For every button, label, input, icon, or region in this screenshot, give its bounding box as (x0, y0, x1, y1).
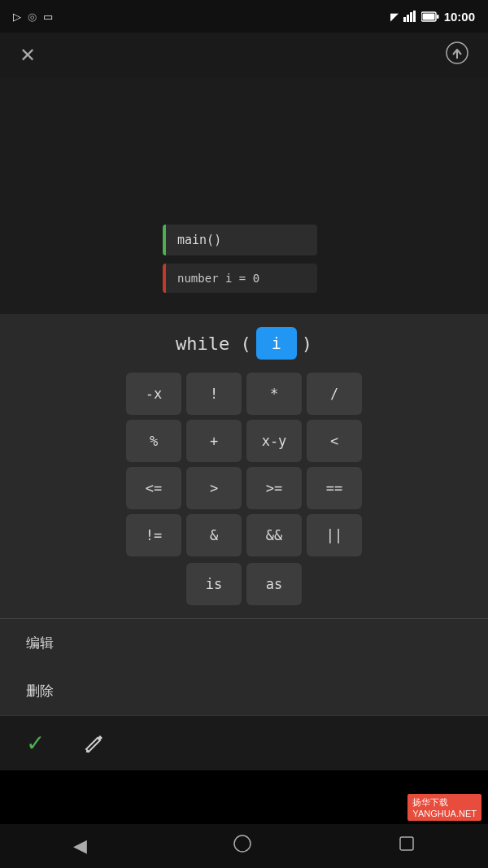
svg-rect-6 (437, 15, 439, 19)
confirm-button[interactable]: ✓ (20, 723, 51, 763)
canvas-area: main() number i = 0 (0, 78, 488, 314)
svg-rect-5 (422, 13, 434, 20)
signal-icon (403, 11, 416, 22)
op-div[interactable]: / (307, 373, 362, 415)
op-lt[interactable]: < (307, 420, 362, 462)
op-neg-x[interactable]: -x (126, 373, 181, 415)
while-close-paren: ) (302, 334, 312, 354)
back-button[interactable]: ◀ (57, 829, 103, 863)
wifi-icon: ◤︎ (390, 11, 399, 23)
pencil-icon (84, 733, 105, 754)
while-display: while ( i ) (176, 327, 312, 360)
op-eq[interactable]: == (307, 467, 362, 509)
while-keyword: while ( (176, 334, 251, 354)
code-block-main-label: main() (163, 225, 317, 255)
status-bar-right: ◤︎ 10:00 (390, 10, 475, 24)
code-block-sub-label: number i = 0 (163, 264, 317, 293)
while-variable-button[interactable]: i (256, 327, 297, 360)
op-bitand[interactable]: & (186, 514, 242, 556)
action-bar: ✓ (0, 715, 488, 770)
play-icon: ▷ (13, 11, 21, 23)
recent-button[interactable] (382, 829, 431, 863)
op-is[interactable]: is (186, 563, 242, 605)
operator-keyboard: -x ! * / % + x-y < <= > >= == != & && || (126, 373, 362, 556)
svg-point-10 (234, 835, 251, 852)
status-time: 10:00 (444, 10, 475, 24)
context-menu: 编辑 删除 (0, 618, 488, 715)
op-gte[interactable]: >= (246, 467, 302, 509)
op-mul[interactable]: * (246, 373, 302, 415)
toolbar: ✕ (0, 33, 488, 78)
svg-rect-1 (407, 15, 409, 22)
svg-rect-3 (413, 11, 416, 22)
op-as[interactable]: as (246, 563, 302, 605)
home-icon (233, 834, 252, 853)
svg-rect-2 (410, 12, 412, 22)
op-add[interactable]: + (186, 420, 242, 462)
status-bar: ▷ ◎ ▭ ◤︎ 10:00 (0, 0, 488, 33)
op-or[interactable]: || (307, 514, 362, 556)
op-lte[interactable]: <= (126, 467, 181, 509)
recent-icon (399, 835, 415, 852)
status-bar-left: ▷ ◎ ▭ (13, 11, 53, 23)
input-area: while ( i ) -x ! * / % + x-y < <= > >= =… (0, 314, 488, 618)
close-button[interactable]: ✕ (13, 37, 42, 73)
watermark: 扬华下载YANGHUA.NET (407, 794, 481, 821)
upload-button[interactable] (439, 35, 475, 76)
op-keyboard-last-row: is as (186, 563, 302, 605)
op-mod[interactable]: % (126, 420, 181, 462)
confirm-icon: ✓ (26, 730, 45, 757)
save-icon: ▭ (43, 11, 53, 23)
home-button[interactable] (216, 827, 268, 865)
circle-icon: ◎ (28, 11, 37, 23)
op-neq[interactable]: != (126, 514, 181, 556)
code-block-sub[interactable]: number i = 0 (163, 264, 317, 293)
edit-button[interactable]: 编辑 (0, 619, 488, 667)
nav-bar: ◀ (0, 824, 488, 868)
upload-icon (446, 41, 468, 64)
delete-button[interactable]: 删除 (0, 667, 488, 715)
op-not[interactable]: ! (186, 373, 242, 415)
code-block-main[interactable]: main() (163, 225, 317, 255)
battery-icon (421, 11, 439, 22)
svg-rect-11 (400, 837, 413, 850)
op-and[interactable]: && (246, 514, 302, 556)
edit-pencil-button[interactable] (77, 726, 111, 761)
svg-rect-0 (403, 17, 406, 22)
op-gt[interactable]: > (186, 467, 242, 509)
op-sub-xy[interactable]: x-y (246, 420, 302, 462)
